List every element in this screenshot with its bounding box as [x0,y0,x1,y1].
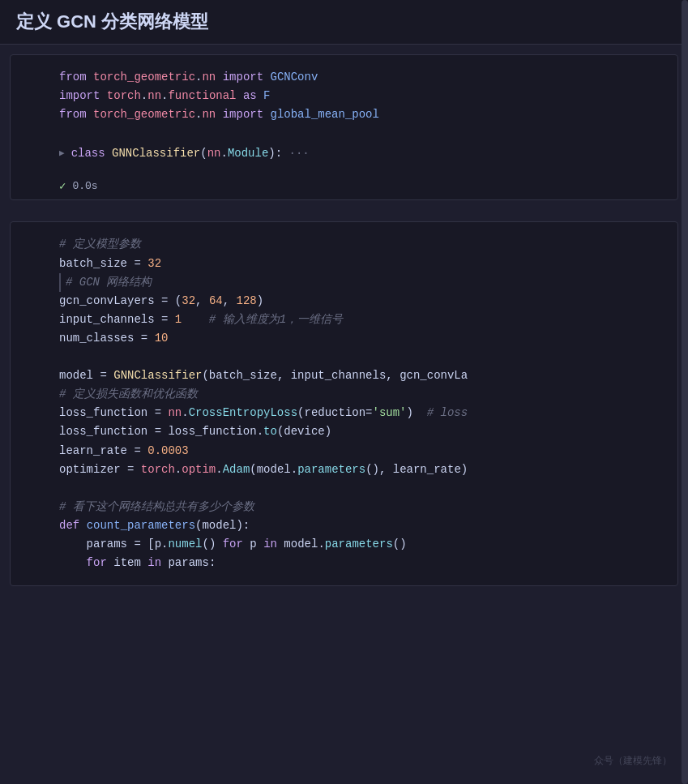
code-line-1: from torch_geometric.nn import GCNConv [59,68,661,87]
code-line-3: from torch_geometric.nn import global_me… [59,105,661,124]
code-line-blank [59,124,661,143]
c2-line-12: optimizer = torch.optim.Adam(model.param… [59,461,661,479]
cell-output-1: ✓ 0.0s [11,176,677,199]
watermark: 众号（建模先锋） [594,754,672,768]
c2-line-14: def count_parameters(model): [59,516,661,535]
c2-line-4: gcn_convLayers = (32, 64, 128) [59,292,661,311]
check-icon: ✓ [59,179,66,193]
collapse-toggle-icon[interactable]: ▶ [59,147,65,161]
code-content-1: from torch_geometric.nn import GCNConv i… [11,55,677,176]
cell-separator [0,207,688,215]
c2-line-13: # 看下这个网络结构总共有多少个参数 [59,498,661,516]
c2-line-3-container: # GCN 网络结构 [59,273,661,292]
c2-blank-1 [59,348,661,366]
scrollbar[interactable] [682,0,688,784]
code-content-2: # 定义模型参数 batch_size = 32 # GCN 网络结构 gcn_… [11,222,677,585]
c2-line-1: # 定义模型参数 [59,235,661,254]
page-wrapper: 定义 GCN 分类网络模型 from torch_geometric.nn im… [0,0,688,784]
c2-line-7: model = GNNClassifier(batch_size, input_… [59,366,661,385]
c2-line-2: batch_size = 32 [59,255,661,273]
page-title: 定义 GCN 分类网络模型 [16,11,208,32]
c2-line-9: loss_function = nn.CrossEntropyLoss(redu… [59,404,661,422]
code-line-2: import torch.nn.functional as F [59,87,661,105]
c2-blank-2 [59,479,661,498]
c2-line-10: loss_function = loss_function.to(device) [59,422,661,441]
vertical-indicator [59,273,61,292]
output-time: 0.0s [72,180,97,192]
c2-line-3: # GCN 网络结构 [66,273,152,292]
c2-line-6: num_classes = 10 [59,329,661,348]
cell-1: from torch_geometric.nn import GCNConv i… [10,54,678,200]
c2-line-16: for item in params: [59,554,661,572]
c2-line-11: learn_rate = 0.0003 [59,442,661,461]
page-header: 定义 GCN 分类网络模型 [0,0,688,45]
cell-2: # 定义模型参数 batch_size = 32 # GCN 网络结构 gcn_… [10,221,678,586]
collapsed-class-line[interactable]: ▶ class GNNClassifier(nn.Module): ··· [59,144,661,163]
c2-line-8: # 定义损失函数和优化函数 [59,385,661,404]
class-keyword: class GNNClassifier(nn.Module): ··· [71,144,310,163]
c2-line-15: params = [p.numel() for p in model.param… [59,535,661,554]
c2-line-5: input_channels = 1 # 输入维度为1，一维信号 [59,311,661,329]
